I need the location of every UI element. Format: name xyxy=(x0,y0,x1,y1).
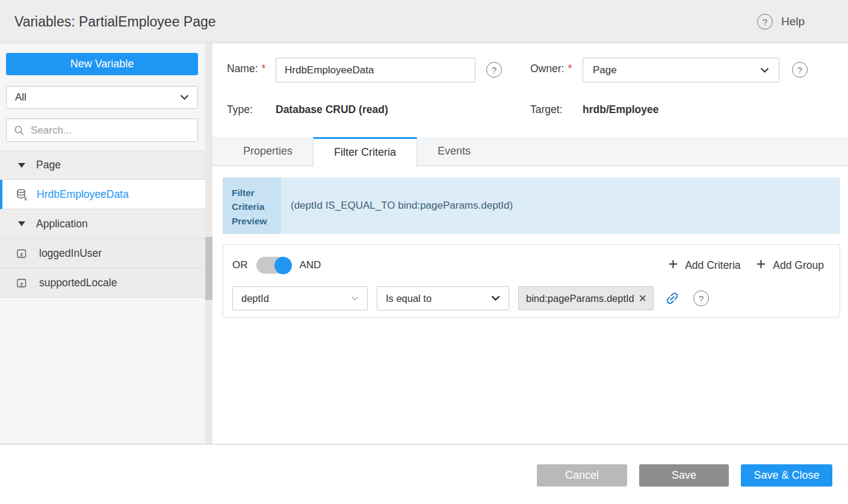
owner-label: Owner:* xyxy=(530,63,572,75)
name-help-icon[interactable]: ? xyxy=(486,62,502,78)
field-select[interactable]: deptId xyxy=(232,286,368,310)
database-variable-icon: x xyxy=(16,188,28,201)
add-criteria-label: Add Criteria xyxy=(685,259,740,272)
page-title: Variables: PartialEmployee Page xyxy=(14,0,216,43)
tree-item-label: loggedInUser xyxy=(39,247,102,260)
type-label: Type: xyxy=(227,103,253,116)
search-icon xyxy=(14,125,25,136)
required-asterisk: * xyxy=(568,63,572,75)
sidebar-scrollbar[interactable] xyxy=(205,43,212,444)
variables-sidebar: New Variable All Page xyxy=(0,43,212,444)
save-button[interactable]: Save xyxy=(639,464,729,487)
dialog-footer: Cancel Save Save & Close xyxy=(0,444,848,504)
plus-icon: + xyxy=(668,256,678,272)
triangle-down-icon xyxy=(18,221,25,226)
or-label: OR xyxy=(232,259,248,271)
triangle-down-icon xyxy=(18,163,25,168)
target-value: hrdb/Employee xyxy=(583,103,658,116)
search-box xyxy=(6,118,198,142)
add-criteria-button[interactable]: + Add Criteria xyxy=(668,258,740,272)
owner-selected-value: Page xyxy=(593,64,617,76)
field-selected-value: deptId xyxy=(241,293,269,304)
detail-tabbar: Properties Filter Criteria Events xyxy=(212,137,848,166)
tree-item-label: supportedLocale xyxy=(39,277,117,289)
filter-selected-value: All xyxy=(15,91,26,103)
tree-item-supportedlocale[interactable]: x supportedLocale xyxy=(0,268,205,298)
svg-text:x: x xyxy=(24,195,28,201)
new-variable-button[interactable]: New Variable xyxy=(6,53,198,75)
criteria-row: deptId Is equal to bind:pageParams.deptI… xyxy=(232,286,709,310)
tree-group-page[interactable]: Page xyxy=(0,150,205,180)
owner-help-icon[interactable]: ? xyxy=(792,62,808,78)
preview-label: Filter Criteria Preview xyxy=(223,177,281,234)
bind-link-icon[interactable] xyxy=(664,290,680,306)
chevron-down-icon xyxy=(180,94,189,100)
required-asterisk: * xyxy=(262,63,266,75)
name-input[interactable] xyxy=(276,58,475,82)
value-binding-chip[interactable]: bind:pageParams.deptId ✕ xyxy=(518,286,654,310)
tab-filter-criteria[interactable]: Filter Criteria xyxy=(313,137,417,167)
tree-group-label: Application xyxy=(36,218,88,230)
variable-type-filter-select[interactable]: All xyxy=(6,86,198,109)
tree-group-label: Page xyxy=(36,159,61,171)
target-label: Target: xyxy=(530,103,563,116)
help-label: Help xyxy=(781,15,805,28)
help-circle-icon: ? xyxy=(757,14,773,29)
name-label: Name:* xyxy=(227,63,265,75)
save-and-close-button[interactable]: Save & Close xyxy=(741,464,832,487)
model-variable-icon: x xyxy=(16,277,28,289)
variable-detail-panel: Name:* ? Owner:* Page ? Type: Database C… xyxy=(212,43,848,444)
criteria-help-icon[interactable]: ? xyxy=(693,290,709,306)
svg-text:x: x xyxy=(20,250,24,257)
tab-events[interactable]: Events xyxy=(417,137,491,166)
criteria-actions: + Add Criteria + Add Group xyxy=(668,253,824,277)
filter-criteria-preview: Filter Criteria Preview (deptId IS_EQUAL… xyxy=(223,177,840,234)
chevron-down-icon xyxy=(351,296,359,301)
owner-select[interactable]: Page xyxy=(583,58,779,82)
criteria-group: OR AND + Add Criteria + Add Group deptId xyxy=(223,244,840,318)
variables-tree: Page x HrdbEmployeeData Application xyxy=(0,150,205,298)
type-value: Database CRUD (read) xyxy=(276,103,388,116)
svg-text:x: x xyxy=(20,280,24,286)
tree-item-hrdbemployeedata[interactable]: x HrdbEmployeeData xyxy=(0,180,205,209)
help-button[interactable]: ? Help xyxy=(757,0,805,43)
tab-properties[interactable]: Properties xyxy=(223,137,313,166)
search-input[interactable] xyxy=(31,124,190,137)
chevron-down-icon xyxy=(760,67,769,73)
logic-toggle-row: OR AND xyxy=(232,253,321,277)
tree-item-loggedinuser[interactable]: x loggedInUser xyxy=(0,239,205,268)
variables-dialog: Variables: PartialEmployee Page ? Help N… xyxy=(0,0,848,504)
tree-item-label: HrdbEmployeeData xyxy=(37,188,129,201)
toggle-knob xyxy=(274,257,292,274)
or-and-toggle[interactable] xyxy=(256,257,291,274)
chevron-down-icon xyxy=(491,295,500,301)
add-group-button[interactable]: + Add Group xyxy=(757,258,824,272)
operator-select[interactable]: Is equal to xyxy=(377,286,509,310)
dialog-header: Variables: PartialEmployee Page ? Help xyxy=(0,0,848,43)
plus-icon: + xyxy=(757,256,766,272)
remove-binding-icon[interactable]: ✕ xyxy=(637,292,648,305)
tree-group-application[interactable]: Application xyxy=(0,209,205,239)
and-label: AND xyxy=(300,259,321,271)
add-group-label: Add Group xyxy=(773,259,824,272)
chip-text: bind:pageParams.deptId xyxy=(526,293,637,304)
model-variable-icon: x xyxy=(16,247,28,260)
cancel-button[interactable]: Cancel xyxy=(537,464,627,487)
operator-selected-value: Is equal to xyxy=(386,293,432,304)
preview-expression: (deptId IS_EQUAL_TO bind:pageParams.dept… xyxy=(281,177,840,234)
scrollbar-thumb[interactable] xyxy=(205,237,212,300)
